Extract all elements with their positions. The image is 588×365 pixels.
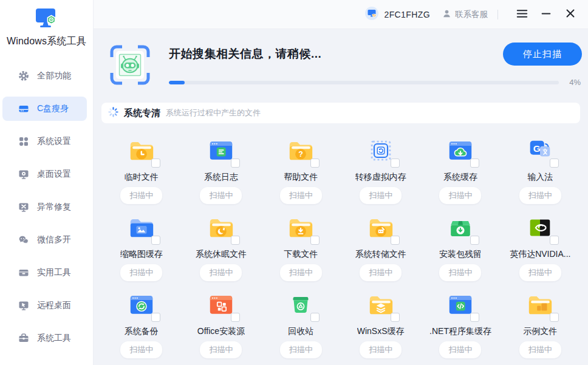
item-label: 回收站 [288,326,313,336]
item-checkbox[interactable] [151,159,160,168]
titlebar: 2FC1FHZG 联系客服 [94,0,588,29]
item-checkbox[interactable] [310,159,320,168]
sidebar-item[interactable]: 系统工具 [2,326,87,350]
item-checkbox[interactable] [391,236,400,245]
item-status-badge: 扫描中 [519,187,561,204]
menu-button[interactable] [513,5,531,24]
sidebar-item-label: 异常修复 [37,202,71,213]
repair-icon [18,202,29,213]
person-icon [442,9,451,20]
item-label: 系统备份 [125,326,159,336]
minimize-button[interactable] [537,5,555,24]
item-status-badge: 扫描中 [120,341,162,358]
item-checkbox[interactable] [151,236,160,245]
item-label: 示例文件 [523,326,557,336]
clean-item[interactable]: 系统转储文件 扫描中 [341,204,420,281]
clean-item[interactable]: 系统缓存 扫描中 [420,127,500,204]
clean-item[interactable]: 下载文件 扫描中 [261,204,341,281]
sidebar-item[interactable]: 异常修复 [2,195,87,219]
item-status-badge: 扫描中 [200,341,242,358]
item-label: 安装包残留 [439,249,482,259]
remote-desktop-icon [18,300,29,311]
wechat-icon [18,234,29,245]
item-label: 系统缓存 [443,172,477,182]
item-checkbox[interactable] [231,313,240,322]
close-button[interactable] [561,5,579,24]
item-status-badge: 扫描中 [439,341,481,358]
sidebar-item[interactable]: 微信多开 [2,228,87,252]
item-checkbox[interactable] [151,313,160,322]
sidebar: Windows系统工具 全部功能 C盘瘦身 系统设置 桌面设置 异常修复 微信多… [0,0,94,365]
clean-item[interactable]: .NET程序集缓存 扫描中 [420,281,500,358]
app-logo-icon [33,7,60,32]
clean-item[interactable]: 转移虚拟内存 扫描中 [341,127,420,204]
sidebar-item-label: C盘瘦身 [37,103,69,114]
stop-scan-button[interactable]: 停止扫描 [503,43,582,66]
scan-progress: 4% [169,78,582,87]
clean-item[interactable]: 回收站 扫描中 [261,281,341,358]
disk-icon [18,103,29,114]
sidebar-item-label: 远程桌面 [37,300,71,311]
sidebar-item[interactable]: 实用工具 [2,261,87,285]
main-area: 2FC1FHZG 联系客服 [94,0,588,365]
item-label: 转移虚拟内存 [355,172,406,182]
clean-item[interactable]: 系统休眠文件 扫描中 [181,204,261,281]
desktop-settings-icon [18,169,29,180]
clean-items-grid: 临时文件 扫描中 系统日志 扫描中 ? 帮助文件 扫描中 转移虚拟内存 扫描中 … [94,123,588,358]
clean-item[interactable]: 临时文件 扫描中 [101,127,181,204]
app-logo: Windows系统工具 [0,0,93,48]
item-label: 缩略图缓存 [120,249,163,259]
item-label: 帮助文件 [284,172,318,182]
sidebar-item-label: 系统工具 [37,333,71,344]
item-label: Office安装源 [197,326,245,336]
item-checkbox[interactable] [470,236,479,245]
clean-item[interactable]: 缩略图缓存 扫描中 [101,204,181,281]
item-checkbox[interactable] [550,159,559,168]
sidebar-item[interactable]: 系统设置 [2,129,87,154]
sidebar-item[interactable]: 远程桌面 [2,293,87,318]
item-checkbox[interactable] [550,236,559,245]
item-checkbox[interactable] [310,236,320,245]
item-label: 输入法 [527,172,553,182]
item-status-badge: 扫描中 [519,264,561,281]
item-checkbox[interactable] [310,313,320,322]
item-label: WinSxS缓存 [357,326,405,336]
item-checkbox[interactable] [231,159,240,168]
item-label: 系统休眠文件 [196,249,247,259]
item-checkbox[interactable] [231,236,240,245]
grid-icon [18,136,29,147]
clean-item[interactable]: 示例文件 扫描中 [501,281,580,358]
item-label: .NET程序集缓存 [429,326,491,336]
item-status-badge: 扫描中 [200,264,242,281]
sidebar-item[interactable]: 桌面设置 [2,162,87,186]
clean-item[interactable]: ? 帮助文件 扫描中 [261,127,341,204]
scan-status-header: 开始搜集相关信息，请稍候... 停止扫描 4% [94,29,588,95]
clean-item[interactable]: 系统日志 扫描中 [181,127,261,204]
contact-support-button[interactable]: 联系客服 [442,9,488,20]
clean-item[interactable]: Office安装源 扫描中 [181,281,261,358]
account-chip[interactable]: 2FC1FHZG [364,6,430,23]
contact-support-label: 联系客服 [455,9,488,20]
item-checkbox[interactable] [470,313,479,322]
item-status-badge: 扫描中 [360,264,402,281]
item-status-badge: 扫描中 [200,187,242,204]
clean-item[interactable]: G 输入法 扫描中 [501,127,580,204]
clean-item[interactable]: 系统备份 扫描中 [101,281,181,358]
section-title: 系统专清 [124,107,160,119]
clean-item[interactable]: 英伟达NVIDIA... 扫描中 [501,204,580,281]
sidebar-item[interactable]: 全部功能 [2,64,87,88]
item-checkbox[interactable] [391,159,400,168]
app-title: Windows系统工具 [7,35,86,48]
sidebar-nav: 全部功能 C盘瘦身 系统设置 桌面设置 异常修复 微信多开 实用工具 远程桌面 … [0,64,93,350]
item-checkbox[interactable] [470,159,479,168]
item-checkbox[interactable] [550,313,559,322]
close-icon [564,7,576,21]
item-checkbox[interactable] [391,313,400,322]
item-status-badge: 扫描中 [280,187,322,204]
clean-item[interactable]: WinSxS缓存 扫描中 [341,281,420,358]
toolbox-icon [18,333,29,344]
sidebar-item[interactable]: C盘瘦身 [2,97,87,121]
item-label: 系统日志 [204,172,238,182]
item-label: 下载文件 [284,249,318,259]
clean-item[interactable]: 安装包残留 扫描中 [420,204,500,281]
